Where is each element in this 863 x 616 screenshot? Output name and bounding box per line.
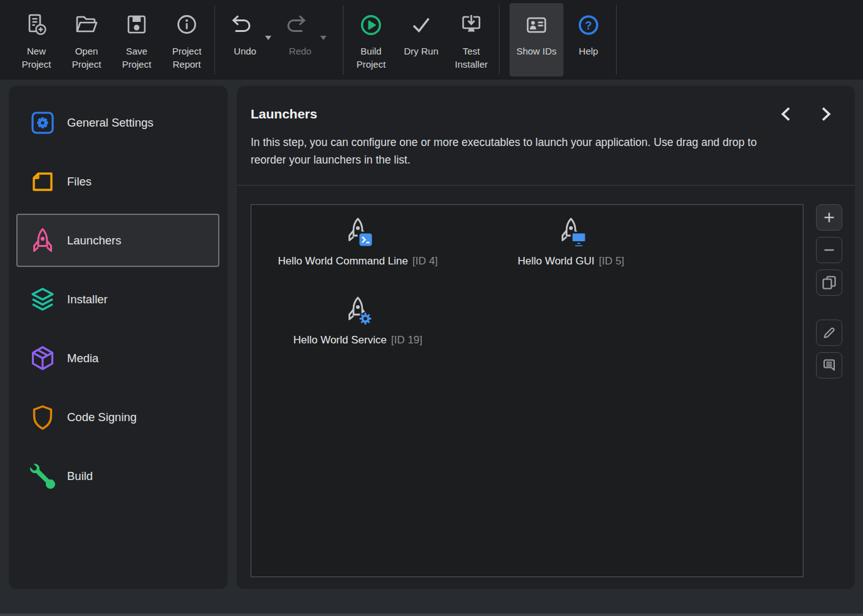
build-project-icon [358,11,384,39]
dry-run-button[interactable]: Dry Run [396,3,446,76]
toolbar-button-label: Test Installer [447,44,496,71]
toolbar-button-label: Dry Run [397,44,446,58]
show-ids-button[interactable]: Show IDs [510,3,563,76]
file-icon [29,168,56,196]
help-button[interactable]: ? Help [563,3,614,76]
remove-launcher-button[interactable] [816,237,842,263]
remove-icon [822,243,836,257]
launcher-actions [816,204,842,577]
toolbar: New Project Open Project Save Project [0,0,863,80]
layers-icon [29,286,56,313]
build-project-button[interactable]: Build Project [346,3,396,76]
new-project-button[interactable]: New Project [11,3,61,76]
toolbar-button-label: Undo [221,44,269,58]
sidebar-item-label: Build [67,469,93,483]
svg-text:?: ? [585,19,592,32]
rocket-gear-icon [342,295,374,328]
edit-pencil-icon [822,326,836,340]
toolbar-separator [499,5,499,75]
test-installer-button[interactable]: Test Installer [446,3,496,76]
show-ids-icon [524,11,549,39]
toolbar-separator [616,5,617,75]
toolbar-separator [343,5,343,75]
comment-icon [822,358,837,373]
sidebar-item-installer[interactable]: Installer [16,273,219,326]
undo-dropdown-caret[interactable] [265,36,271,40]
launcher-id-badge: [ID 5] [599,255,624,267]
duplicate-icon [822,275,837,290]
redo-button[interactable]: Redo [273,3,328,76]
rocket-monitor-icon [555,216,587,249]
launchers-panel: Launchers In this step, you can configur… [237,86,855,589]
dry-run-icon [409,11,434,39]
cube-icon [29,345,56,372]
launcher-id-badge: [ID 19] [391,334,422,346]
sidebar-item-label: Launchers [67,234,121,248]
undo-button[interactable]: Undo [217,3,273,76]
launcher-item-gui[interactable]: Hello World GUI[ID 5] [464,212,677,291]
launcher-name: Hello World Command Line [278,255,408,267]
sidebar-item-label: Files [67,175,92,189]
sidebar-item-code-signing[interactable]: Code Signing [16,390,219,444]
sidebar-item-general-settings[interactable]: General Settings [16,96,219,149]
toolbar-button-label: Build Project [347,44,395,71]
sidebar-item-label: Installer [67,293,108,306]
redo-dropdown-caret[interactable] [320,36,327,40]
divider [237,185,855,185]
wrench-icon [29,462,56,490]
previous-step-button[interactable] [778,106,795,122]
launcher-id-badge: [ID 4] [412,255,438,267]
next-step-button[interactable] [817,106,834,122]
add-launcher-button[interactable] [816,204,842,231]
toolbar-button-label: Show IDs [512,44,561,58]
launcher-item-service[interactable]: Hello World Service[ID 19] [251,291,464,370]
sidebar-item-media[interactable]: Media [16,331,219,385]
sidebar: General Settings Files Launchers [9,86,228,589]
sidebar-item-label: General Settings [67,116,154,130]
open-project-button[interactable]: Open Project [61,3,112,76]
window-bottom-edge [0,613,863,616]
chevron-left-icon [778,106,795,122]
toolbar-button-label: Save Project [112,44,161,71]
save-project-icon [124,11,149,39]
project-report-icon [174,11,199,39]
new-project-icon [24,11,49,39]
chevron-right-icon [817,106,834,122]
edit-launcher-button[interactable] [816,320,842,346]
toolbar-separator [214,5,215,75]
duplicate-launcher-button[interactable] [816,269,842,296]
rocket-icon [29,227,56,254]
undo-icon [229,11,254,39]
sidebar-item-label: Code Signing [67,410,137,424]
test-installer-icon [459,11,484,39]
help-icon: ? [576,11,601,39]
step-description: In this step, you can configure one or m… [251,133,765,169]
toolbar-button-label: Help [564,44,613,58]
shield-icon [29,404,56,431]
launcher-name: Hello World GUI [518,255,595,267]
sidebar-item-launchers[interactable]: Launchers [16,214,219,267]
toolbar-button-label: Project Report [162,44,211,71]
toolbar-button-label: Redo [276,44,325,58]
open-project-icon [74,11,99,39]
toolbar-button-label: New Project [12,44,61,71]
sidebar-item-label: Media [67,352,98,365]
launcher-item-command-line[interactable]: Hello World Command Line[ID 4] [251,212,464,291]
launcher-list[interactable]: Hello World Command Line[ID 4] Hel [251,204,803,577]
launcher-name: Hello World Service [293,334,387,346]
gear-in-square-icon [29,109,56,137]
comment-launcher-button[interactable] [816,352,842,378]
add-icon [822,211,836,224]
page-title: Launchers [251,107,317,122]
sidebar-item-files[interactable]: Files [16,155,219,208]
redo-icon [284,11,309,39]
rocket-terminal-icon [342,216,374,249]
project-report-button[interactable]: Project Report [162,3,212,76]
save-project-button[interactable]: Save Project [112,3,162,76]
sidebar-item-build[interactable]: Build [16,449,219,503]
toolbar-button-label: Open Project [62,44,111,71]
